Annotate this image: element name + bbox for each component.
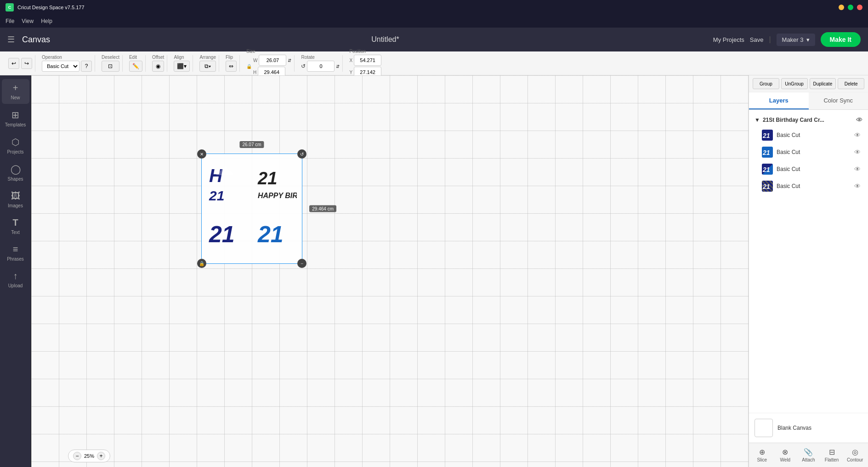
right-panel: Group UnGroup Duplicate Delete Layers Co… bbox=[749, 75, 868, 467]
layer-eye-4[interactable]: 👁 bbox=[854, 182, 861, 190]
layer-group-header[interactable]: ▼ 21St Birthday Card Cr... 👁 bbox=[753, 114, 864, 126]
make-it-button[interactable]: Make It bbox=[821, 32, 861, 47]
layer-item-4[interactable]: 21 Basic Cut 👁 bbox=[753, 178, 864, 194]
sidebar-label-images: Images bbox=[8, 203, 23, 208]
layer-thumb-2: 21 bbox=[762, 147, 773, 158]
operation-select[interactable]: Basic Cut bbox=[42, 61, 79, 72]
design-object[interactable]: ✕ ↺ 🔒 ↔ 26.07 cm 29.464 cm H 21 bbox=[201, 154, 302, 264]
sidebar-item-images[interactable]: 🖼 Images bbox=[2, 187, 29, 212]
ungroup-button[interactable]: UnGroup bbox=[781, 78, 808, 89]
layer-eye-1[interactable]: 👁 bbox=[854, 131, 861, 139]
weld-button[interactable]: ⊗ Weld bbox=[774, 445, 797, 465]
offset-button[interactable]: ◉ bbox=[152, 61, 165, 72]
menu-view[interactable]: View bbox=[22, 18, 34, 24]
delete-button[interactable]: Delete bbox=[838, 78, 864, 89]
sidebar-item-templates[interactable]: ⊞ Templates bbox=[2, 106, 29, 131]
rotate-handle[interactable]: ↺ bbox=[297, 149, 306, 159]
operation-help-button[interactable]: ? bbox=[81, 61, 92, 72]
tab-layers[interactable]: Layers bbox=[749, 92, 809, 109]
layer-thumb-1: 21 bbox=[762, 130, 773, 141]
tab-color-sync[interactable]: Color Sync bbox=[809, 92, 868, 109]
resize-handle[interactable]: ↔ bbox=[297, 259, 306, 268]
sidebar-item-projects[interactable]: ⬡ Projects bbox=[2, 133, 29, 158]
zoom-in-button[interactable]: + bbox=[97, 452, 105, 460]
align-button[interactable]: ⬛▾ bbox=[174, 61, 190, 72]
width-input[interactable] bbox=[259, 55, 286, 66]
operation-group: Operation Basic Cut ? bbox=[39, 55, 95, 72]
save-button[interactable]: Save bbox=[750, 36, 764, 43]
svg-text:21: 21 bbox=[209, 188, 224, 203]
maximize-button[interactable] bbox=[848, 5, 853, 10]
layer-name-4: Basic Cut bbox=[777, 183, 851, 189]
rotate-group: Rotate ↺ ⇵ bbox=[298, 55, 343, 72]
flip-button[interactable]: ⇔ bbox=[226, 61, 237, 72]
arrange-button[interactable]: ⧉▾ bbox=[199, 61, 216, 72]
pos-x-input[interactable] bbox=[354, 55, 381, 66]
undo-button[interactable]: ↩ bbox=[8, 58, 19, 69]
group-button[interactable]: Group bbox=[753, 78, 779, 89]
hamburger-menu[interactable]: ☰ bbox=[7, 34, 15, 45]
flatten-label: Flatten bbox=[825, 457, 839, 462]
sidebar-label-shapes: Shapes bbox=[8, 177, 23, 182]
window-controls[interactable] bbox=[839, 5, 862, 10]
design-svg-1: H 21 bbox=[207, 157, 248, 207]
redo-button[interactable]: ↪ bbox=[21, 58, 32, 69]
menu-help[interactable]: Help bbox=[41, 18, 52, 24]
design-cell-4: 21 bbox=[252, 209, 300, 262]
close-button[interactable] bbox=[857, 5, 862, 10]
edit-button[interactable]: ✏️ bbox=[129, 61, 142, 72]
attach-button[interactable]: 📎 Attach bbox=[797, 445, 820, 465]
layers-panel: ▼ 21St Birthday Card Cr... 👁 21 Basic Cu… bbox=[749, 110, 868, 265]
sidebar-item-phrases[interactable]: ≡ Phrases bbox=[2, 240, 29, 265]
contour-button[interactable]: ◎ Contour bbox=[844, 445, 866, 465]
flatten-button[interactable]: ⊟ Flatten bbox=[821, 445, 843, 465]
canvas-preview: Blank Canvas bbox=[749, 413, 868, 443]
layer-item-2[interactable]: 21 Basic Cut 👁 bbox=[753, 144, 864, 160]
design-svg-4: 21 bbox=[255, 210, 297, 261]
minimize-button[interactable] bbox=[839, 5, 844, 10]
upload-icon: ↑ bbox=[13, 271, 18, 281]
svg-text:21: 21 bbox=[762, 132, 770, 139]
canvas-area[interactable]: 100 ✕ ↺ 🔒 ↔ 26.07 cm 29.464 cm H bbox=[31, 75, 749, 467]
offset-group: Offset ◉ bbox=[149, 55, 168, 72]
slice-button[interactable]: ⊕ Slice bbox=[751, 445, 773, 465]
svg-text:21: 21 bbox=[762, 149, 770, 156]
weld-label: Weld bbox=[780, 457, 791, 462]
sidebar-item-upload[interactable]: ↑ Upload bbox=[2, 267, 29, 292]
my-projects-link[interactable]: My Projects bbox=[713, 36, 744, 43]
flip-group: Flip ⇔ bbox=[223, 55, 240, 72]
left-sidebar: + New ⊞ Templates ⬡ Projects ◯ Shapes 🖼 … bbox=[0, 75, 31, 467]
text-icon: T bbox=[12, 217, 18, 228]
design-content: H 21 21 HAPPY BIRTHDAY 21 bbox=[202, 154, 302, 263]
lock-handle[interactable]: 🔒 bbox=[197, 259, 206, 268]
layer-eye-2[interactable]: 👁 bbox=[854, 148, 861, 156]
layer-name-3: Basic Cut bbox=[777, 166, 851, 172]
layer-thumb-3: 21 bbox=[762, 164, 773, 175]
align-label: Align bbox=[174, 55, 190, 60]
panel-actions: Group UnGroup Duplicate Delete bbox=[749, 75, 868, 92]
sidebar-item-text[interactable]: T Text bbox=[2, 214, 29, 239]
group-visibility-icon[interactable]: 👁 bbox=[856, 116, 862, 124]
sidebar-item-new[interactable]: + New bbox=[2, 79, 29, 104]
deselect-button[interactable]: ⊡ bbox=[102, 61, 119, 72]
main-header: ☰ Canvas Untitled* My Projects Save | Ma… bbox=[0, 28, 868, 51]
rotate-input[interactable] bbox=[307, 61, 335, 72]
shapes-icon: ◯ bbox=[11, 164, 21, 175]
projects-icon: ⬡ bbox=[11, 137, 19, 148]
layer-name-2: Basic Cut bbox=[777, 149, 851, 155]
svg-text:21: 21 bbox=[257, 222, 284, 247]
main-area: + New ⊞ Templates ⬡ Projects ◯ Shapes 🖼 … bbox=[0, 75, 868, 467]
sidebar-item-shapes[interactable]: ◯ Shapes bbox=[2, 160, 29, 185]
zoom-out-button[interactable]: − bbox=[73, 452, 81, 460]
layer-item-1[interactable]: 21 Basic Cut 👁 bbox=[753, 127, 864, 143]
layer-item-3[interactable]: 21 Basic Cut 👁 bbox=[753, 161, 864, 177]
menu-file[interactable]: File bbox=[6, 18, 14, 24]
position-label: Position bbox=[349, 49, 381, 54]
canvas-grid bbox=[31, 75, 749, 467]
svg-text:HAPPY BIRTHDAY: HAPPY BIRTHDAY bbox=[258, 192, 297, 199]
duplicate-button[interactable]: Duplicate bbox=[810, 78, 836, 89]
layer-eye-3[interactable]: 👁 bbox=[854, 165, 861, 173]
machine-selector[interactable]: Maker 3 ▾ bbox=[777, 34, 815, 46]
canvas-label: Canvas bbox=[22, 35, 50, 45]
size-group: Size 🔒 W ⇵ H bbox=[244, 55, 295, 72]
